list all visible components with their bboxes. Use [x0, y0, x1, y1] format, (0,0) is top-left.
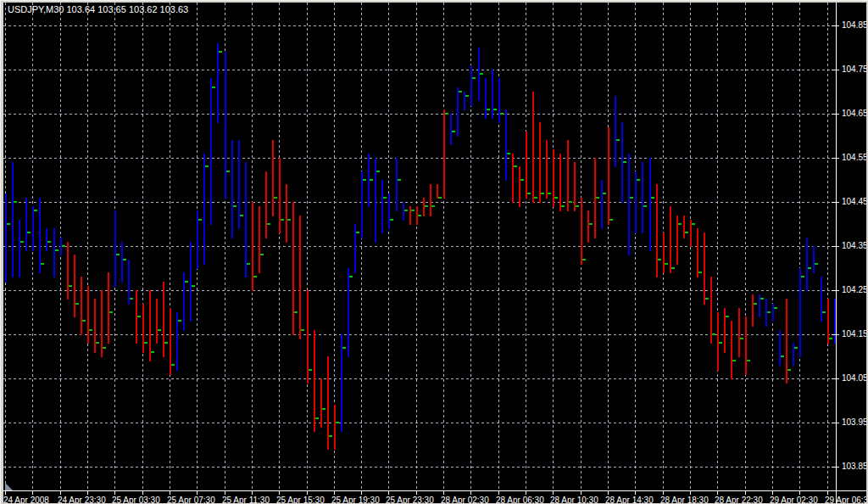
ohlc-bar: [25, 198, 27, 251]
ohlc-bar: [19, 220, 20, 277]
close-tick: [808, 267, 811, 269]
ohlc-bar: [286, 184, 287, 243]
time-axis-tick: [827, 491, 828, 495]
close-tick: [301, 329, 304, 331]
price-axis-tick: [832, 334, 839, 335]
close-tick: [260, 254, 264, 255]
price-axis-tick: [832, 378, 839, 379]
close-tick: [651, 197, 654, 199]
close-tick: [603, 193, 606, 194]
price-axis-line: [836, 3, 837, 503]
close-tick: [322, 408, 326, 410]
close-tick: [445, 113, 448, 115]
horizontal-gridline: [3, 246, 836, 247]
chart-window: 104.85104.75104.65104.55104.45104.35104.…: [0, 0, 868, 504]
close-tick: [541, 193, 544, 194]
close-tick: [158, 329, 161, 331]
time-axis-tick: [553, 491, 554, 495]
time-axis-tick: [334, 491, 335, 495]
ohlc-bar: [670, 206, 671, 273]
time-axis-label: 24 Apr 2008: [3, 496, 49, 503]
ohlc-bar: [388, 193, 390, 229]
vertical-gridline: [799, 3, 800, 490]
ohlc-bar: [601, 180, 603, 229]
close-tick: [82, 320, 86, 322]
price-axis-label: 104.05: [842, 373, 866, 383]
time-axis-label: 25 Apr 03:30: [112, 496, 160, 503]
vertical-gridline: [142, 3, 143, 490]
time-axis-tick: [279, 491, 280, 495]
close-tick: [459, 91, 462, 92]
ohlc-bar: [423, 198, 425, 216]
close-tick: [240, 215, 243, 216]
ohlc-bar: [231, 140, 233, 238]
ohlc-bar: [559, 154, 561, 211]
ohlc-bar: [142, 304, 144, 353]
price-axis-label: 104.55: [842, 153, 866, 162]
ohlc-bar: [32, 206, 34, 251]
ohlc-bar: [403, 202, 404, 221]
ohlc-bar: [396, 158, 398, 211]
ohlc-bar: [806, 238, 808, 291]
ohlc-bar: [821, 277, 822, 322]
price-axis-tick: [832, 158, 839, 159]
ohlc-bar: [443, 109, 445, 199]
time-axis-tick: [416, 491, 417, 495]
time-axis-tick: [142, 491, 143, 495]
close-tick: [665, 263, 668, 265]
close-tick: [472, 77, 476, 79]
close-tick: [212, 87, 215, 88]
vertical-gridline: [361, 3, 362, 490]
vertical-gridline: [307, 3, 308, 490]
close-tick: [47, 241, 51, 243]
ohlc-bar: [279, 158, 281, 233]
chart-corner-marker: [5, 483, 13, 490]
close-tick: [671, 267, 675, 269]
ohlc-bar: [272, 140, 274, 216]
price-axis-tick: [832, 70, 839, 70]
close-tick: [390, 219, 393, 221]
horizontal-gridline: [3, 158, 836, 159]
plot-area[interactable]: [3, 3, 836, 490]
ohlc-bar: [450, 114, 452, 145]
close-tick: [356, 232, 359, 233]
horizontal-gridline: [3, 25, 836, 26]
time-axis-line: [3, 490, 866, 491]
time-axis-tick: [361, 491, 362, 495]
time-axis-tick: [307, 491, 308, 495]
close-tick: [431, 205, 435, 207]
time-axis-tick: [608, 491, 609, 495]
time-axis-label: 25 Apr 15:30: [276, 496, 325, 503]
ohlc-bar: [265, 171, 267, 238]
close-tick: [178, 320, 181, 322]
vertical-gridline: [87, 3, 88, 490]
time-axis-tick: [498, 491, 499, 495]
ohlc-bar: [81, 277, 82, 335]
vertical-gridline: [717, 3, 718, 490]
vertical-gridline: [498, 3, 499, 490]
horizontal-gridline: [3, 202, 836, 203]
time-axis-tick: [745, 491, 746, 495]
close-tick: [569, 201, 572, 203]
price-axis-label: 104.65: [842, 109, 866, 118]
vertical-gridline: [279, 3, 280, 490]
ohlc-bar: [114, 210, 116, 287]
close-tick: [123, 259, 126, 260]
vertical-gridline: [827, 3, 828, 490]
close-tick: [561, 205, 565, 207]
price-axis-label: 104.35: [842, 241, 866, 250]
time-axis-tick: [443, 491, 444, 495]
close-tick: [198, 219, 202, 221]
ohlc-bar: [738, 308, 740, 357]
close-tick: [75, 303, 79, 305]
ohlc-bar: [546, 140, 548, 199]
ohlc-bar: [615, 96, 616, 167]
close-tick: [438, 197, 442, 199]
ohlc-bar: [512, 154, 514, 203]
close-tick: [151, 351, 154, 353]
ohlc-bar: [314, 330, 315, 432]
close-tick: [630, 197, 633, 199]
close-tick: [34, 210, 37, 211]
ohlc-bar: [656, 184, 658, 277]
close-tick: [89, 329, 92, 331]
